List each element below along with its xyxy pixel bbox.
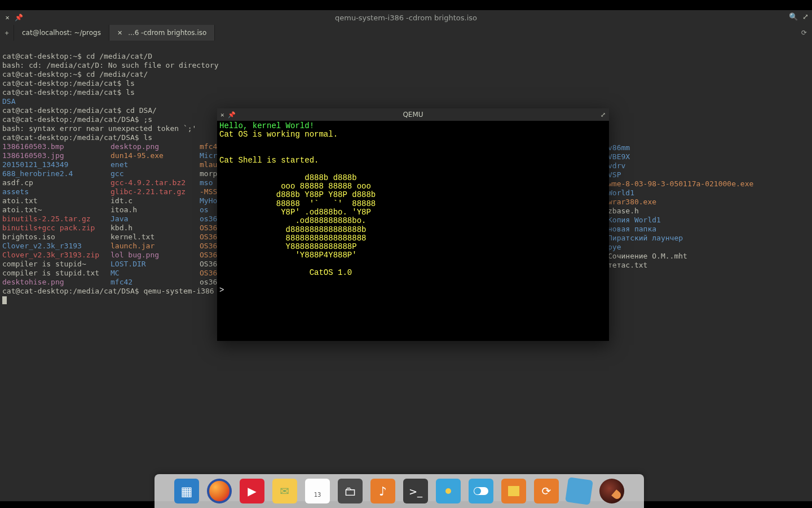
qemu-window: ✕ 📌 QEMU ⤢ Hello, kernel World!Cat OS is… bbox=[217, 108, 609, 341]
prompt: cat@cat-desktop:~$ bbox=[2, 52, 82, 60]
files-icon[interactable]: 🗀 bbox=[338, 479, 363, 503]
qemu-screen[interactable]: Hello, kernel World!Cat OS is working no… bbox=[217, 121, 609, 341]
qemu-line: 88888 '` `' 88888 bbox=[219, 200, 607, 208]
maximize-icon[interactable]: ⤢ bbox=[601, 111, 606, 119]
music-icon[interactable]: ♪ bbox=[370, 479, 395, 503]
calendar-icon[interactable]: 13 bbox=[305, 479, 330, 503]
ls-entry: LOST.DIR bbox=[111, 260, 193, 269]
ls-entry: Сочинение О.М..mht bbox=[608, 252, 753, 261]
qemu-line bbox=[219, 148, 607, 156]
ls-entry: 1386160503.bmp bbox=[2, 142, 104, 151]
cmd: cd DSA/ bbox=[121, 106, 157, 115]
prompt: cat@cat-desktop:/media/cat/DSA$ bbox=[2, 287, 139, 295]
ls-entry: dun14-95.exe bbox=[111, 151, 193, 160]
app-orb-icon[interactable] bbox=[599, 479, 624, 503]
ls-entry: Пиратский лаунчер bbox=[608, 234, 753, 243]
ls-entry: wrar380.exe bbox=[608, 198, 753, 207]
ls-listing-right: v86mmVBE9XvdrvVSPwme-8-03-98-3-050117a-0… bbox=[608, 143, 753, 270]
window-title: qemu-system-i386 -cdrom brightos.iso bbox=[0, 14, 812, 22]
ls-entry: Clover_v2.3k_r3193 bbox=[2, 242, 104, 251]
qemu-line: Y8888888888888P bbox=[219, 243, 607, 251]
ls-entry: новая папка bbox=[608, 225, 753, 234]
tab-label: ...6 -cdrom brightos.iso bbox=[128, 29, 206, 37]
youtube-icon[interactable]: ▶ bbox=[240, 479, 264, 503]
ls-entry: wme-8-03-98-3-050117a-021000e.exe bbox=[608, 179, 753, 189]
ls-entry: World1 bbox=[608, 189, 753, 198]
ls-entry: atoi.txt bbox=[2, 196, 104, 205]
qemu-line: .od888888888bo. bbox=[219, 217, 607, 225]
settings-icon[interactable] bbox=[469, 479, 493, 503]
ls-entry: VSP bbox=[608, 170, 753, 179]
ls-entry: itoa.h bbox=[111, 205, 193, 214]
tiles-icon[interactable]: ▦ bbox=[174, 479, 199, 503]
ls-entry: 688_herobrine2.4 bbox=[2, 169, 104, 178]
ls-entry: тетас.txt bbox=[608, 261, 753, 270]
ls-entry: gcc bbox=[111, 169, 193, 178]
qemu-line: ooo 88888 88888 ooo bbox=[219, 182, 607, 191]
prompt: cat@cat-desktop:/media/cat$ bbox=[2, 106, 121, 115]
prompt: cat@cat-desktop:/media/cat$ bbox=[2, 88, 121, 97]
ls-entry: brightos.iso bbox=[2, 233, 104, 242]
tab-close-icon[interactable]: ✕ bbox=[117, 29, 122, 37]
ls-entry: enet bbox=[111, 160, 193, 169]
qemu-line bbox=[219, 277, 607, 286]
ls-entry: Clover_v2.3k_r3193.zip bbox=[2, 251, 104, 260]
maximize-icon[interactable]: ⤢ bbox=[802, 12, 809, 21]
app-blue-icon[interactable] bbox=[565, 477, 593, 505]
pin-icon[interactable]: 📌 bbox=[228, 111, 236, 119]
software-icon[interactable] bbox=[501, 479, 526, 503]
photos-icon[interactable] bbox=[436, 479, 461, 503]
mail-icon[interactable]: ✉ bbox=[272, 479, 297, 503]
ls-entry: desktop.png bbox=[111, 142, 193, 151]
prompt: cat@cat-desktop:~$ bbox=[2, 70, 82, 78]
qemu-line bbox=[219, 260, 607, 269]
qemu-line: 88888888888888888 bbox=[219, 234, 607, 243]
ls-entry: руе bbox=[608, 243, 753, 252]
ls-entry: Java bbox=[111, 214, 193, 224]
close-icon[interactable]: ✕ bbox=[3, 14, 11, 21]
qemu-line: > bbox=[219, 286, 607, 295]
terminal-titlebar: ✕ 📌 qemu-system-i386 -cdrom brightos.iso… bbox=[0, 10, 812, 25]
terminal-tabbar: ＋ cat@localhost: ~/progs ✕ ...6 -cdrom b… bbox=[0, 25, 812, 41]
ls-entry: binutils+gcc pack.zip bbox=[2, 224, 104, 233]
output-line: bash: cd: /media/cat/D: No such file or … bbox=[2, 61, 219, 69]
output-line: bash: syntax error near unexpected token… bbox=[2, 124, 196, 133]
qemu-line: Cat OS is working normal. bbox=[219, 130, 607, 139]
history-icon[interactable]: ⟳ bbox=[796, 25, 812, 41]
ls-entry: MC bbox=[111, 269, 193, 278]
cmd: ls bbox=[121, 88, 134, 97]
cmd: ls bbox=[139, 133, 152, 142]
cmd: ls bbox=[121, 79, 134, 87]
qemu-line: Hello, kernel World! bbox=[219, 122, 607, 130]
ls-entry: vdrv bbox=[608, 161, 753, 170]
pin-icon[interactable]: 📌 bbox=[15, 14, 23, 21]
calendar-day: 13 bbox=[314, 485, 321, 503]
terminal-icon[interactable]: >_ bbox=[403, 479, 428, 503]
new-tab-button[interactable]: ＋ bbox=[0, 25, 14, 41]
tab-1[interactable]: cat@localhost: ~/progs bbox=[14, 25, 109, 41]
ls-entry: launch.jar bbox=[111, 242, 193, 251]
qemu-line: d888b d888b bbox=[219, 174, 607, 182]
qemu-line: 'Y888P4Y888P' bbox=[219, 251, 607, 260]
close-icon[interactable]: ✕ bbox=[220, 111, 224, 119]
search-icon[interactable]: 🔍 bbox=[789, 12, 798, 21]
ls-entry: v86mm bbox=[608, 143, 753, 152]
tab-2[interactable]: ✕ ...6 -cdrom brightos.iso bbox=[109, 25, 215, 41]
update-icon[interactable]: ⟳ bbox=[534, 479, 559, 503]
qemu-titlebar: ✕ 📌 QEMU ⤢ bbox=[217, 108, 609, 121]
cmd: cd /media/cat/ bbox=[82, 70, 148, 78]
prompt: cat@cat-desktop:/media/cat$ bbox=[2, 79, 121, 87]
qemu-line: Cat Shell is started. bbox=[219, 156, 607, 165]
ls-entry: binutils-2.25.tar.gz bbox=[2, 214, 104, 224]
ls-entry: 20150121_134349 bbox=[2, 160, 104, 169]
qemu-line: Y8P' .od888bo. 'Y8P bbox=[219, 208, 607, 217]
ls-entry: 1386160503.jpg bbox=[2, 151, 104, 160]
ls-entry: asdf.cp bbox=[2, 178, 104, 187]
ls-entry: idt.c bbox=[111, 196, 193, 205]
firefox-icon[interactable] bbox=[207, 479, 232, 503]
ls-entry: zbase.h bbox=[608, 207, 753, 216]
dock: ▦ ▶ ✉ 13 🗀 ♪ >_ ⟳ bbox=[155, 474, 644, 508]
ls-entry: glibc-2.21.tar.gz bbox=[111, 187, 193, 196]
prompt: cat@cat-desktop:/media/cat/DSA$ bbox=[2, 133, 139, 142]
qemu-line: CatOS 1.0 bbox=[219, 269, 607, 277]
